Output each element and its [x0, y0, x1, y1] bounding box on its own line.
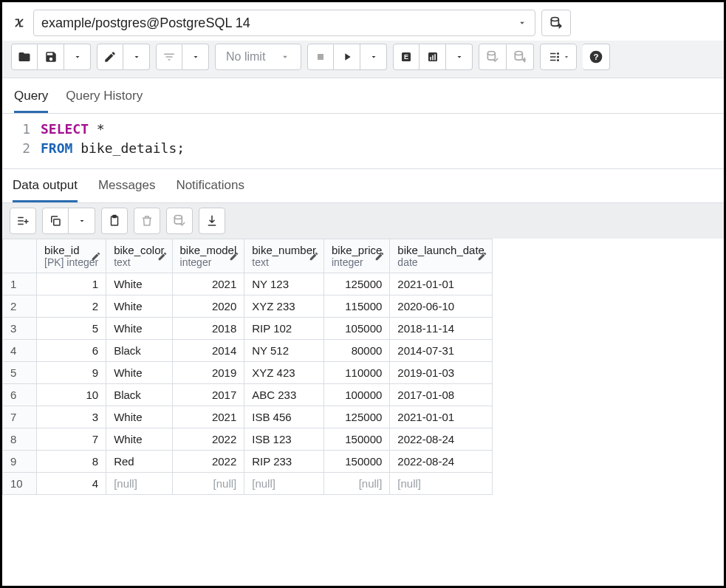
- save-data-button[interactable]: [166, 208, 193, 234]
- table-row[interactable]: 73White2021ISB 4561250002021-01-01: [3, 406, 493, 428]
- query-tab[interactable]: Query: [14, 84, 48, 113]
- svg-rect-5: [430, 57, 431, 61]
- pencil-icon: [229, 251, 239, 261]
- table-row[interactable]: 87White2022ISB 1231500002022-08-24: [3, 428, 493, 451]
- svg-point-26: [174, 216, 182, 219]
- filter-button[interactable]: [156, 44, 182, 70]
- filter-dropdown[interactable]: [182, 44, 209, 70]
- add-row-button[interactable]: [10, 208, 36, 234]
- edit-button[interactable]: [97, 44, 123, 70]
- svg-text:?: ?: [594, 52, 599, 61]
- column-header[interactable]: bike_launch_datedate: [390, 239, 493, 273]
- svg-rect-25: [113, 216, 117, 218]
- column-header[interactable]: bike_numbertext: [244, 239, 324, 273]
- new-connection-button[interactable]: [541, 10, 571, 36]
- explain-dropdown[interactable]: [446, 44, 473, 70]
- svg-point-0: [551, 18, 558, 21]
- limit-label: No limit: [226, 50, 265, 64]
- table-row[interactable]: 59White2019XYZ 4231100002019-01-03: [3, 362, 493, 384]
- output-toolbar: [2, 203, 724, 239]
- explain-analyze-button[interactable]: [419, 44, 446, 70]
- svg-text:E: E: [404, 53, 408, 61]
- paste-button[interactable]: [101, 208, 128, 234]
- connection-status-icon: [11, 15, 27, 31]
- macros-button[interactable]: [540, 44, 577, 70]
- result-grid[interactable]: bike_id[PK] integerbike_colortextbike_mo…: [2, 239, 493, 495]
- output-tab[interactable]: Data output: [13, 174, 78, 202]
- pencil-icon: [477, 251, 487, 261]
- svg-point-13: [558, 53, 559, 55]
- copy-dropdown[interactable]: [69, 208, 95, 234]
- output-tab[interactable]: Notifications: [176, 174, 244, 202]
- delete-row-button[interactable]: [134, 208, 160, 234]
- column-header[interactable]: bike_modelinteger: [172, 239, 244, 273]
- download-button[interactable]: [199, 208, 225, 234]
- svg-point-14: [558, 56, 559, 58]
- column-header[interactable]: bike_id[PK] integer: [37, 239, 106, 273]
- commit-button[interactable]: [479, 44, 507, 70]
- pencil-icon: [91, 251, 101, 261]
- table-row[interactable]: 22White2020XYZ 2331150002020-06-10: [3, 295, 493, 318]
- table-row[interactable]: 35White2018RIP 1021050002018-11-14: [3, 318, 493, 340]
- main-toolbar: No limit E: [2, 41, 724, 78]
- sql-editor[interactable]: 12 SELECT *FROM bike_details;: [2, 114, 724, 168]
- open-file-button[interactable]: [11, 44, 38, 70]
- query-tab[interactable]: Query History: [66, 84, 143, 113]
- column-header[interactable]: bike_colortext: [106, 239, 172, 273]
- execute-dropdown[interactable]: [360, 44, 387, 70]
- connection-select[interactable]: example/postgres@PostgreSQL 14: [33, 10, 535, 36]
- svg-rect-7: [434, 54, 436, 60]
- pencil-icon: [374, 251, 385, 261]
- stop-button[interactable]: [307, 44, 334, 70]
- query-tabs: QueryQuery History: [2, 78, 724, 114]
- table-row[interactable]: 11White2021NY 1231250002021-01-01: [3, 273, 493, 295]
- table-row[interactable]: 104[null][null][null][null][null]: [3, 473, 493, 495]
- table-row[interactable]: 46Black2014NY 512800002014-07-31: [3, 340, 493, 362]
- svg-point-9: [516, 52, 523, 55]
- save-file-button[interactable]: [38, 44, 64, 70]
- edit-dropdown[interactable]: [123, 44, 150, 70]
- rollback-button[interactable]: [507, 44, 534, 70]
- svg-rect-23: [54, 219, 60, 225]
- copy-button[interactable]: [42, 208, 69, 234]
- table-row[interactable]: 610Black2017ABC 2331000002017-01-08: [3, 384, 493, 406]
- output-tabs: Data outputMessagesNotifications: [2, 168, 724, 203]
- svg-point-15: [558, 60, 559, 61]
- chevron-down-icon: [517, 18, 527, 28]
- output-tab[interactable]: Messages: [98, 174, 155, 202]
- svg-rect-1: [318, 54, 323, 60]
- explain-button[interactable]: E: [393, 44, 419, 70]
- connection-selected-label: example/postgres@PostgreSQL 14: [41, 16, 517, 31]
- execute-button[interactable]: [334, 44, 360, 70]
- help-button[interactable]: ?: [583, 44, 610, 70]
- limit-select[interactable]: No limit: [215, 44, 301, 70]
- pencil-icon: [157, 251, 168, 261]
- table-row[interactable]: 98Red2022RIP 2331500002022-08-24: [3, 451, 493, 473]
- pencil-icon: [309, 251, 319, 261]
- save-file-dropdown[interactable]: [64, 44, 91, 70]
- column-header[interactable]: bike_priceinteger: [323, 239, 389, 273]
- svg-point-8: [488, 52, 496, 55]
- svg-rect-6: [432, 55, 434, 61]
